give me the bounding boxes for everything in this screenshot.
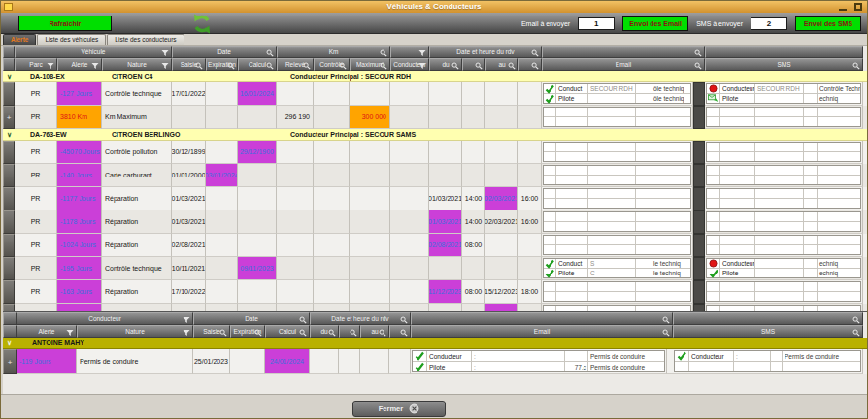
tab-liste-des-vehicules[interactable]: Liste des véhicules	[37, 34, 106, 45]
column-header-alerte[interactable]: Alerte	[57, 58, 102, 71]
maximize-icon[interactable]	[854, 3, 862, 11]
row-selector[interactable]	[3, 280, 15, 304]
email-scrollbar[interactable]	[693, 257, 705, 280]
send-email-button[interactable]: Envoi des Email	[622, 16, 688, 31]
minitable-row: Pilote:77.cPermis de conduire	[413, 362, 664, 371]
conductor-group-row[interactable]: ∨ANTOINE MAHY	[3, 338, 867, 349]
column-header-contr-le[interactable]: Contrôle	[314, 58, 350, 71]
column-header-relev-[interactable]: Relevé	[277, 58, 314, 71]
column-header-saisie[interactable]: Saisie	[172, 58, 206, 71]
column-header-expiration[interactable]: Expiration	[230, 325, 265, 338]
column-header-nature[interactable]: Nature	[77, 325, 193, 338]
column-header-saisie[interactable]: Saisie	[193, 325, 230, 338]
table-row[interactable]: PR-45070 JoursContrôle pollution30/12/18…	[3, 141, 867, 164]
row-selector[interactable]	[3, 257, 15, 280]
column-header-calcul[interactable]: Calcul	[238, 58, 277, 71]
email-scrollbar[interactable]	[693, 280, 705, 304]
column-header-blank[interactable]	[462, 58, 485, 71]
cell-conducteur	[390, 210, 429, 234]
column-header-sms[interactable]: SMS	[705, 58, 863, 71]
email-minitable: Conducteur:Permis de conduirePilote:77.c…	[412, 350, 665, 372]
table-row[interactable]: +-119 JoursPermis de conduire25/01/20232…	[3, 349, 867, 374]
column-header-blank[interactable]	[390, 46, 429, 58]
email-scrollbar[interactable]	[693, 210, 705, 234]
column-header-blank[interactable]	[518, 58, 542, 71]
column-header-au[interactable]: au	[360, 325, 389, 338]
email-scrollbar[interactable]	[693, 187, 705, 210]
minitable-message: Permis de conduire	[588, 362, 664, 371]
tab-alerte[interactable]: Alerte	[3, 34, 36, 45]
column-header-date[interactable]: Date	[172, 46, 277, 58]
cell-au: 15/12/2023	[485, 304, 518, 311]
email-scrollbar[interactable]	[693, 234, 705, 257]
row-selector[interactable]: +	[3, 106, 15, 129]
tab-liste-des-conducteurs[interactable]: Liste des conducteurs	[107, 34, 184, 45]
column-header-v-hicule[interactable]: Véhicule	[15, 46, 172, 58]
column-header-conducteur[interactable]: Conducteur	[390, 58, 429, 71]
column-header-expiration[interactable]: Expiration	[206, 58, 238, 71]
column-header-du[interactable]: du	[310, 325, 339, 338]
minitable-message	[651, 143, 690, 151]
row-selector[interactable]	[3, 210, 15, 234]
cell-alerte: -127 Jours	[57, 82, 102, 106]
column-header-blank[interactable]	[339, 325, 360, 338]
row-selector[interactable]	[3, 164, 15, 187]
column-header-maximum[interactable]: Maximum	[350, 58, 390, 71]
cell-nature: Réparation	[102, 187, 172, 210]
minitable-row	[544, 166, 690, 176]
column-header-km[interactable]: Km	[277, 46, 390, 58]
table-row[interactable]: PR-127 JoursContrôle technique17/01/2022…	[3, 82, 867, 106]
column-header-blank[interactable]	[673, 312, 863, 325]
column-header-email[interactable]: Email	[542, 58, 705, 71]
row-selector[interactable]: +	[3, 349, 17, 374]
row-selector[interactable]	[3, 304, 15, 311]
table-row[interactable]: PR-159 JoursRéparation17/10/202211/12/20…	[3, 304, 867, 311]
row-selector[interactable]	[3, 187, 15, 210]
column-header-blank[interactable]	[542, 46, 705, 58]
email-scrollbar[interactable]	[693, 82, 705, 106]
table-row[interactable]: PR-1178 JoursRéparation01/03/202101/03/2…	[3, 210, 867, 234]
column-header-blank[interactable]	[389, 325, 411, 338]
row-selector[interactable]	[3, 82, 15, 106]
vehicle-group-row[interactable]: ∨DA-108-EXCITROEN C4Conducteur Principal…	[3, 71, 867, 82]
column-header-conducteur[interactable]: Conducteur	[17, 312, 193, 325]
column-header-blank[interactable]	[705, 46, 863, 58]
sms-count-field[interactable]: 2	[751, 17, 787, 30]
close-button[interactable]: Fermer	[352, 401, 446, 417]
email-count-field[interactable]: 1	[578, 17, 615, 30]
column-header-alerte[interactable]: Alerte	[17, 325, 77, 338]
column-header-sms[interactable]: SMS	[673, 325, 863, 338]
email-scrollbar[interactable]	[693, 164, 705, 187]
column-header-du[interactable]: du	[429, 58, 462, 71]
table-row[interactable]: PR-1024 JoursRéparation02/08/202102/08/2…	[3, 234, 867, 257]
window-title: Véhicules & Conducteurs	[1, 1, 867, 13]
refresh-icon[interactable]	[191, 14, 213, 34]
send-sms-button[interactable]: Envoi des SMS	[795, 16, 861, 31]
minitable-icon-cell	[707, 245, 720, 254]
row-selector[interactable]	[3, 141, 15, 164]
email-scrollbar[interactable]	[693, 304, 705, 311]
column-header-date-et-heure-du-rdv[interactable]: Date et heure du rdv	[310, 312, 411, 325]
column-header-nature[interactable]: Nature	[102, 58, 172, 71]
table-row[interactable]: PR-195 JoursContrôle technique10/11/2021…	[3, 257, 867, 280]
row-selector[interactable]	[3, 234, 15, 257]
minitable-row	[544, 222, 690, 231]
table-row[interactable]: PR-163 JoursRéparation17/10/202211/12/20…	[3, 280, 867, 304]
vehicle-group-row[interactable]: ∨DA-763-EWCITROEN BERLINGOConducteur Pri…	[3, 129, 867, 141]
column-header-calcul[interactable]: Calcul	[265, 325, 310, 338]
cell-releve	[277, 280, 314, 304]
cell-alerte: -45070 Jours	[57, 141, 102, 164]
column-header-date-et-heure-du-rdv[interactable]: Date et heure du rdv	[429, 46, 542, 58]
minimize-icon[interactable]	[839, 2, 847, 11]
email-scrollbar[interactable]	[693, 106, 705, 129]
table-row[interactable]: PR-140 JoursCarte carburant01/01/200003/…	[3, 164, 867, 187]
column-header-au[interactable]: au	[485, 58, 518, 71]
table-row[interactable]: PR-1177 JoursRéparation01/03/202101/03/2…	[3, 187, 867, 210]
refresh-button[interactable]: Rafraîchir	[18, 16, 112, 31]
email-scrollbar[interactable]	[693, 141, 705, 164]
table-row[interactable]: +PR3810 KmKm Maximum296 190300 000	[3, 106, 867, 129]
column-header-date[interactable]: Date	[193, 312, 310, 325]
column-header-blank[interactable]	[411, 312, 673, 325]
column-header-email[interactable]: Email	[411, 325, 673, 338]
column-header-parc[interactable]: Parc	[15, 58, 57, 71]
